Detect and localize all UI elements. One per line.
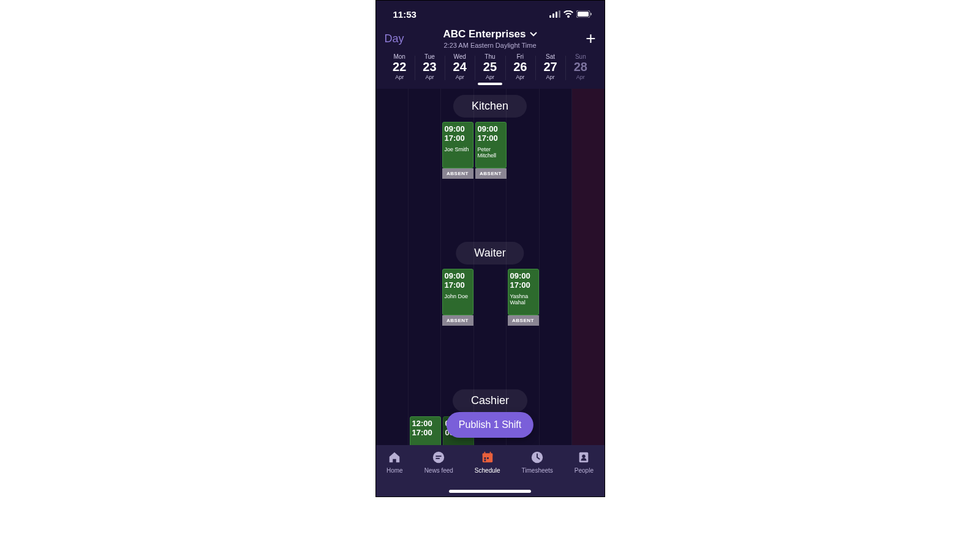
svg-rect-5 (578, 12, 589, 17)
news-icon (431, 450, 446, 465)
status-bar: 11:53 (376, 1, 605, 28)
absent-badge: ABSENT (475, 168, 507, 179)
shift-start: 09:00 (445, 272, 471, 281)
svg-point-19 (582, 454, 586, 458)
svg-rect-8 (436, 455, 442, 457)
absent-badge: ABSENT (508, 315, 539, 326)
svg-point-7 (433, 452, 444, 463)
calendar-icon (480, 450, 495, 465)
shift-end: 17:00 (478, 134, 504, 143)
svg-rect-6 (590, 13, 592, 15)
tab-bar: Home News feed Schedule Timesheets Peopl… (376, 445, 605, 497)
day-strip: Mon22Apr Tue23Apr Wed24Apr Thu25Apr Fri2… (385, 50, 596, 85)
day-wed[interactable]: Wed24Apr (445, 53, 475, 85)
phone-screen: 11:53 Day ABC Enterprises 2:23 AM Easter… (375, 0, 605, 497)
add-button[interactable]: + (586, 30, 595, 47)
publish-button[interactable]: Publish 1 Shift (447, 412, 533, 438)
chevron-down-icon (530, 32, 537, 37)
day-sun[interactable]: Sun28Apr (565, 53, 595, 85)
day-tue[interactable]: Tue23Apr (415, 53, 445, 85)
status-indicators (549, 10, 592, 18)
home-icon (387, 450, 402, 465)
day-mon[interactable]: Mon22Apr (385, 53, 415, 85)
section-cashier[interactable]: Cashier (453, 389, 527, 412)
svg-rect-12 (484, 452, 485, 455)
company-name: ABC Enterprises (443, 28, 526, 40)
shift-start: 12:00 (412, 419, 439, 429)
tab-label: Schedule (475, 467, 500, 474)
shift-employee: Peter Mitchell (478, 147, 504, 159)
absent-badge: ABSENT (442, 168, 473, 179)
shift-start: 09:00 (445, 125, 471, 134)
home-indicator (449, 490, 531, 493)
absent-badge: ABSENT (442, 315, 473, 326)
shift-card-waiter-wed[interactable]: 09:00 17:00 John Doe (442, 269, 473, 315)
tab-label: People (575, 467, 594, 474)
tab-label: Home (386, 467, 403, 474)
shift-employee: Yashna Wahal (510, 294, 537, 306)
shift-end: 17:00 (510, 281, 537, 290)
day-sat[interactable]: Sat27Apr (535, 53, 565, 85)
svg-rect-16 (484, 460, 486, 462)
svg-rect-9 (436, 458, 440, 459)
svg-rect-3 (559, 10, 560, 18)
tab-news[interactable]: News feed (424, 450, 453, 497)
section-kitchen[interactable]: Kitchen (453, 95, 527, 118)
shift-end: 17:00 (445, 281, 471, 290)
svg-rect-1 (552, 13, 554, 18)
view-selector[interactable]: Day (385, 32, 404, 45)
svg-rect-13 (489, 452, 491, 455)
shift-employee: Joe Smith (445, 147, 471, 153)
people-icon (576, 450, 591, 465)
wifi-icon (564, 10, 573, 18)
shift-end: 17:00 (412, 429, 439, 438)
shift-card-cashier-tue[interactable]: 12:00 17:00 (410, 416, 441, 449)
svg-rect-0 (549, 15, 551, 18)
tab-label: News feed (424, 467, 453, 474)
tab-home[interactable]: Home (386, 450, 403, 497)
schedule-area[interactable]: Kitchen 09:00 17:00 Joe Smith ABSENT 09:… (376, 89, 605, 449)
svg-rect-14 (484, 457, 486, 459)
shift-start: 09:00 (478, 125, 504, 134)
shift-employee: John Doe (445, 294, 471, 300)
header: Day ABC Enterprises 2:23 AM Eastern Dayl… (376, 28, 605, 89)
shift-card-waiter-fri[interactable]: 09:00 17:00 Yashna Wahal (508, 269, 539, 315)
section-waiter[interactable]: Waiter (456, 242, 524, 264)
shift-card-kitchen-thu[interactable]: 09:00 17:00 Peter Mitchell (475, 122, 507, 168)
svg-rect-15 (487, 457, 489, 459)
shift-card-kitchen-wed[interactable]: 09:00 17:00 Joe Smith (442, 122, 473, 168)
day-fri[interactable]: Fri26Apr (505, 53, 535, 85)
shift-start: 09:00 (510, 272, 537, 281)
svg-rect-2 (556, 12, 557, 18)
timezone-label: 2:23 AM Eastern Daylight Time (443, 42, 536, 49)
tab-people[interactable]: People (575, 450, 594, 497)
svg-rect-11 (482, 454, 492, 456)
company-selector[interactable]: ABC Enterprises (443, 28, 537, 40)
cellular-icon (549, 10, 560, 18)
shift-end: 17:00 (445, 134, 471, 143)
day-thu[interactable]: Thu25Apr (475, 53, 505, 85)
status-time: 11:53 (393, 9, 417, 20)
today-indicator (478, 83, 502, 85)
clock-icon (530, 450, 545, 465)
battery-icon (576, 10, 592, 18)
tab-label: Timesheets (522, 467, 553, 474)
